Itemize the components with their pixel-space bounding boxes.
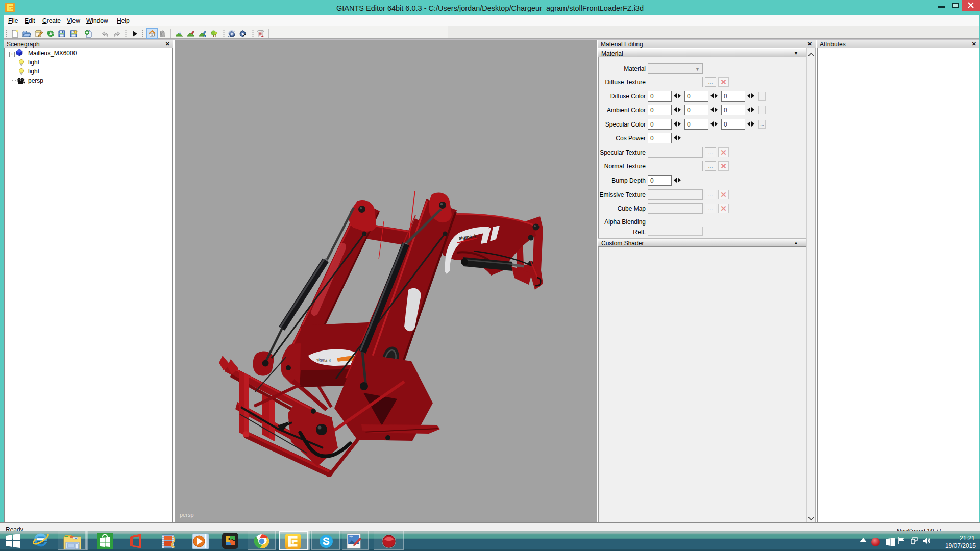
svg-text:sigma 4: sigma 4 [316,358,331,363]
